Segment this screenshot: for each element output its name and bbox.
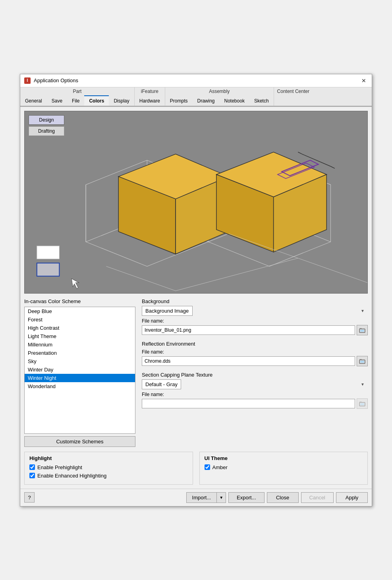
svg-rect-29 — [359, 328, 362, 329]
tab-save[interactable]: Save — [47, 95, 67, 106]
scheme-list-item[interactable]: Sky — [25, 357, 135, 365]
prehighlight-checkbox[interactable] — [29, 464, 35, 470]
reflection-label: Reflection Environment — [142, 341, 368, 347]
tab-display[interactable]: Display — [109, 95, 134, 106]
scheme-section-label: In-canvas Color Scheme — [24, 298, 135, 304]
svg-line-19 — [298, 152, 302, 154]
title-bar: I Application Options ✕ — [20, 74, 372, 87]
section-capping-label: Section Capping Plane Texture — [142, 372, 368, 378]
close-window-button[interactable]: ✕ — [360, 77, 368, 85]
import-dropdown-button[interactable]: ▼ — [216, 492, 226, 503]
scheme-list-item[interactable]: Wonderland — [25, 382, 135, 391]
tab-file[interactable]: File — [67, 95, 84, 106]
svg-line-23 — [298, 258, 367, 282]
close-button[interactable]: Close — [267, 492, 299, 503]
svg-rect-25 — [37, 246, 60, 259]
tab-hardware[interactable]: Hardware — [135, 95, 165, 106]
svg-rect-30 — [360, 330, 364, 332]
section-capping-dropdown-wrapper: Default - Gray Custom — [142, 379, 368, 389]
scheme-list-item[interactable]: Millennium — [25, 340, 135, 349]
background-file-label: File name: — [142, 318, 368, 324]
window-title: Application Options — [34, 77, 78, 83]
group-label-ifeature: iFeature — [135, 87, 165, 95]
svg-line-24 — [176, 258, 298, 290]
tab-prompts[interactable]: Prompts — [165, 95, 193, 106]
reflection-file-input[interactable] — [142, 356, 355, 366]
amber-checkbox[interactable] — [205, 464, 210, 470]
scheme-list-item[interactable]: Winter Night — [25, 374, 135, 382]
ui-theme-title: UI Theme — [205, 455, 363, 461]
preview-canvas: Design Drafting — [24, 111, 368, 294]
bottom-sections: Highlight Enable Prehighlight Enable Enh… — [24, 452, 368, 485]
app-icon: I — [24, 77, 31, 84]
tab-bar: Part General Save File Colors Display iF… — [20, 87, 372, 107]
reflection-group: Reflection Environment File name: — [142, 341, 368, 366]
scheme-list-item[interactable]: Presentation — [25, 349, 135, 357]
svg-line-21 — [106, 266, 176, 291]
highlight-title: Highlight — [29, 455, 188, 461]
reflection-file-label: File name: — [142, 349, 368, 355]
export-button[interactable]: Export... — [228, 492, 264, 503]
scheme-list-item[interactable]: Light Theme — [25, 332, 135, 340]
svg-rect-32 — [359, 359, 362, 360]
background-dropdown[interactable]: Background Image Gradient Solid Color — [142, 306, 193, 316]
import-button[interactable]: Import... — [186, 492, 217, 503]
group-label-content-center: Content Center — [274, 87, 313, 95]
svg-rect-26 — [37, 263, 60, 276]
tab-colors[interactable]: Colors — [84, 95, 109, 106]
background-label: Background — [142, 298, 368, 304]
section-capping-file-label: File name: — [142, 392, 368, 397]
tab-notebook[interactable]: Notebook — [220, 95, 249, 106]
apply-button[interactable]: Apply — [336, 492, 368, 503]
right-panel: Background Background Image Gradient Sol… — [142, 298, 368, 447]
group-label-assembly: Assembly — [165, 87, 274, 95]
help-button[interactable]: ? — [24, 492, 35, 503]
scheme-list-item[interactable]: Deep Blue — [25, 307, 135, 315]
reflection-browse-icon — [359, 358, 365, 364]
svg-line-18 — [302, 154, 331, 166]
cancel-button[interactable]: Cancel — [301, 492, 334, 503]
enhanced-highlight-label: Enable Enhanced Highlighting — [37, 473, 106, 479]
svg-line-20 — [331, 166, 335, 168]
reflection-browse-button[interactable] — [357, 356, 368, 366]
footer: ? Import... ▼ Export... Close Cancel App… — [20, 489, 372, 506]
enhanced-highlight-checkbox[interactable] — [29, 473, 35, 478]
enhanced-highlight-row: Enable Enhanced Highlighting — [29, 473, 188, 479]
amber-row: Amber — [205, 464, 363, 470]
scheme-list-item[interactable]: High Contrast — [25, 324, 135, 332]
section-capping-dropdown[interactable]: Default - Gray Custom — [142, 379, 181, 389]
section-capping-file-input[interactable] — [142, 399, 355, 408]
browse-icon — [359, 327, 365, 333]
prehighlight-label: Enable Prehighlight — [37, 464, 82, 470]
scheme-list[interactable]: Deep BlueForestHigh ContrastLight ThemeM… — [24, 307, 135, 434]
highlight-section: Highlight Enable Prehighlight Enable Enh… — [24, 452, 193, 485]
scheme-list-item[interactable]: Winter Day — [25, 365, 135, 374]
tab-group-content-center: Content Center — [274, 87, 313, 106]
scheme-list-item[interactable]: Forest — [25, 315, 135, 324]
import-split: Import... ▼ — [186, 492, 226, 503]
scheme-list-container: In-canvas Color Scheme Deep BlueForestHi… — [24, 298, 135, 447]
tab-general[interactable]: General — [20, 95, 47, 106]
title-bar-left: I Application Options — [24, 77, 78, 84]
tab-drawing[interactable]: Drawing — [193, 95, 220, 106]
reflection-file-row — [142, 356, 368, 366]
tab-group-part: Part General Save File Colors Display — [20, 87, 135, 106]
prehighlight-row: Enable Prehighlight — [29, 464, 188, 470]
main-content: Design Drafting — [20, 107, 372, 489]
background-dropdown-wrapper: Background Image Gradient Solid Color — [142, 306, 368, 316]
background-file-input[interactable] — [142, 325, 355, 335]
application-window: I Application Options ✕ Part General Sav… — [20, 74, 372, 507]
3d-preview-svg — [25, 111, 367, 294]
section-capping-browse-button[interactable] — [357, 398, 368, 409]
tab-group-ifeature: iFeature Hardware — [135, 87, 165, 106]
tab-group-assembly: Assembly Prompts Drawing Notebook Sketch — [165, 87, 274, 106]
section-capping-file-row — [142, 398, 368, 409]
background-browse-button[interactable] — [357, 325, 368, 335]
color-scheme-section: In-canvas Color Scheme Deep BlueForestHi… — [24, 298, 368, 447]
tab-sketch[interactable]: Sketch — [249, 95, 274, 106]
section-capping-browse-icon — [359, 401, 365, 406]
customize-schemes-button[interactable]: Customize Schemes — [24, 436, 135, 447]
svg-rect-35 — [359, 402, 362, 403]
svg-rect-36 — [360, 403, 364, 405]
ui-theme-section: UI Theme Amber — [199, 452, 368, 485]
